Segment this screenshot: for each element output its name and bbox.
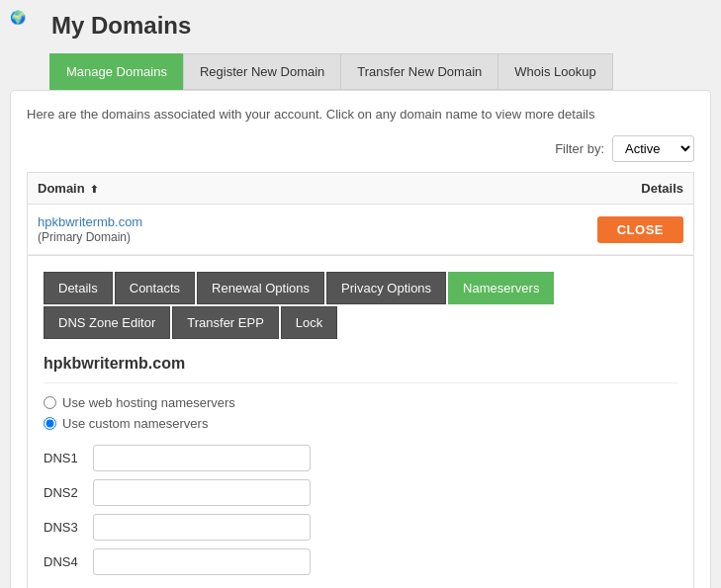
domain-cell: hpkbwritermb.com (Primary Domain) xyxy=(28,205,388,255)
dns3-label: DNS3 xyxy=(44,520,83,535)
detail-tab-lock[interactable]: Lock xyxy=(281,306,337,339)
radio-web-hosting-label[interactable]: Use web hosting nameservers xyxy=(62,395,235,410)
dns2-input[interactable] xyxy=(93,479,311,506)
filter-select[interactable]: Active Expired All xyxy=(612,135,694,162)
tab-transfer-new-domain[interactable]: Transfer New Domain xyxy=(340,53,497,90)
radio-custom[interactable] xyxy=(44,417,56,430)
radio-option-web-hosting: Use web hosting nameservers xyxy=(44,395,677,410)
dns3-input[interactable] xyxy=(93,514,311,541)
detail-tab-renewal[interactable]: Renewal Options xyxy=(197,272,324,304)
close-button[interactable]: CLOSE xyxy=(597,216,683,243)
dns3-row: DNS3 xyxy=(44,514,677,541)
filter-row: Filter by: Active Expired All xyxy=(27,135,694,162)
page-header: 🌍 My Domains xyxy=(10,10,711,42)
domain-name-heading: hpkbwritermb.com xyxy=(44,355,677,383)
radio-custom-label[interactable]: Use custom nameservers xyxy=(62,416,208,431)
detail-tab-details[interactable]: Details xyxy=(44,272,113,304)
dns4-label: DNS4 xyxy=(44,554,83,569)
domain-name-link[interactable]: hpkbwritermb.com xyxy=(38,214,378,229)
dns2-row: DNS2 xyxy=(44,479,677,506)
tab-manage-domains[interactable]: Manage Domains xyxy=(49,53,183,90)
detail-tab-contacts[interactable]: Contacts xyxy=(115,272,195,304)
top-nav-tabs: Manage Domains Register New Domain Trans… xyxy=(49,53,711,90)
dns4-row: DNS4 xyxy=(44,548,677,575)
dns-fields: DNS1 DNS2 DNS3 DNS4 xyxy=(44,445,677,575)
info-text: Here are the domains associated with you… xyxy=(27,107,694,122)
details-col-header: Details xyxy=(388,173,694,205)
globe-icon: 🌍 xyxy=(10,10,42,42)
radio-web-hosting[interactable] xyxy=(44,396,56,409)
detail-tab-transfer-epp[interactable]: Transfer EPP xyxy=(172,306,279,339)
dns1-input[interactable] xyxy=(93,445,311,471)
dns1-label: DNS1 xyxy=(44,451,83,465)
dns2-label: DNS2 xyxy=(44,485,83,500)
filter-label: Filter by: xyxy=(555,141,604,156)
main-card: Here are the domains associated with you… xyxy=(10,90,711,588)
dns1-row: DNS1 xyxy=(44,445,677,471)
table-row: hpkbwritermb.com (Primary Domain) CLOSE xyxy=(28,205,694,255)
detail-tab-privacy[interactable]: Privacy Options xyxy=(326,272,446,304)
sort-icon: ⬆ xyxy=(90,184,98,195)
tab-whois-lookup[interactable]: Whois Lookup xyxy=(497,53,612,90)
detail-tab-dns-zone[interactable]: DNS Zone Editor xyxy=(44,306,170,339)
radio-option-custom: Use custom nameservers xyxy=(44,416,677,431)
details-cell: CLOSE xyxy=(388,205,694,255)
page-title: My Domains xyxy=(51,12,191,40)
detail-tab-nameservers[interactable]: Nameservers xyxy=(448,272,554,304)
primary-domain-label: (Primary Domain) xyxy=(38,230,131,244)
detail-tabs: Details Contacts Renewal Options Privacy… xyxy=(44,272,677,341)
dns4-input[interactable] xyxy=(93,548,311,575)
nameserver-options: Use web hosting nameservers Use custom n… xyxy=(44,395,677,431)
page-wrapper: 🌍 My Domains Manage Domains Register New… xyxy=(0,0,721,588)
domain-col-header: Domain ⬆ xyxy=(28,173,388,205)
domain-detail-panel: Details Contacts Renewal Options Privacy… xyxy=(27,255,694,588)
tab-register-new-domain[interactable]: Register New Domain xyxy=(183,53,340,90)
domain-table: Domain ⬆ Details hpkbwritermb.com (Prima… xyxy=(27,172,694,255)
